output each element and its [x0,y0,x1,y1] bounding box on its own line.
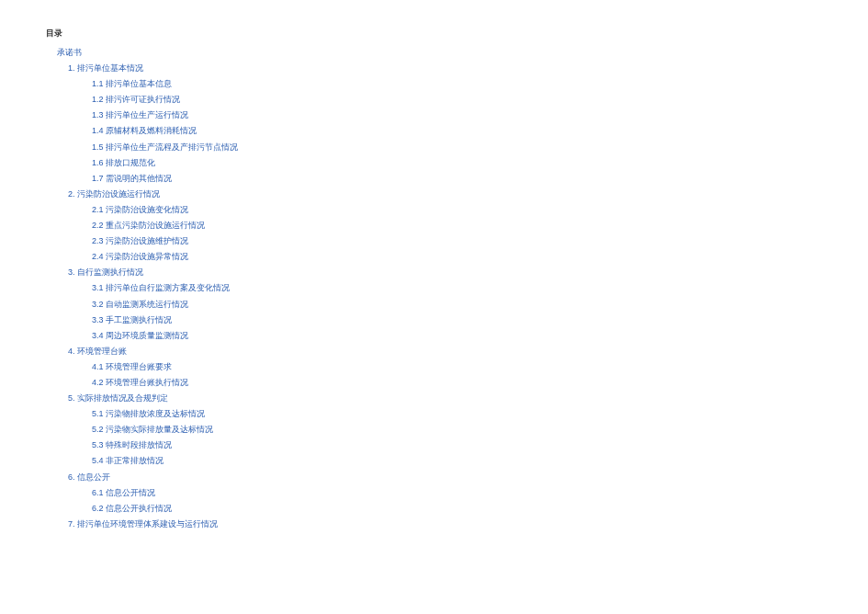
toc-item: 1.2 排污许可证执行情况 [92,92,822,108]
toc-item: 1.1 排污单位基本信息 [92,76,822,92]
toc-item: 1.5 排污单位生产流程及产排污节点情况 [92,140,822,155]
toc-item: 3.2 自动监测系统运行情况 [92,297,822,313]
toc-item: 2. 污染防治设施运行情况 [68,187,822,202]
toc-link[interactable]: 1.4 原辅材料及燃料消耗情况 [92,126,197,135]
toc-link[interactable]: 3.1 排污单位自行监测方案及变化情况 [92,283,230,292]
toc-link[interactable]: 2. 污染防治设施运行情况 [68,189,160,199]
toc-item: 3.1 排污单位自行监测方案及变化情况 [92,280,822,296]
toc-item: 1.3 排污单位生产运行情况 [92,108,822,123]
toc-item: 1.7 需说明的其他情况 [92,171,822,187]
toc-link[interactable]: 2.4 污染防治设施异常情况 [92,252,188,261]
toc-link[interactable]: 5.4 非正常排放情况 [92,456,163,465]
toc-link[interactable]: 6.1 信息公开情况 [92,488,155,497]
toc-link[interactable]: 2.3 污染防治设施维护情况 [92,236,188,245]
toc-item: 3.3 手工监测执行情况 [92,313,822,328]
toc-link[interactable]: 5. 实际排放情况及合规判定 [68,393,168,403]
toc-link[interactable]: 4.1 环境管理台账要求 [92,362,172,371]
toc-link[interactable]: 3.3 手工监测执行情况 [92,315,172,324]
toc-link[interactable]: 6.2 信息公开执行情况 [92,504,172,513]
toc-item: 5.2 污染物实际排放量及达标情况 [92,422,822,438]
toc-item: 3.4 周边环境质量监测情况 [92,328,822,344]
toc-link[interactable]: 6. 信息公开 [68,472,110,482]
toc-item: 1. 排污单位基本情况 [68,61,822,76]
toc-link[interactable]: 1.3 排污单位生产运行情况 [92,110,188,119]
toc-link[interactable]: 2.1 污染防治设施变化情况 [92,205,188,214]
toc-item: 4.1 环境管理台账要求 [92,359,822,375]
toc-item: 5. 实际排放情况及合规判定 [68,391,822,406]
toc-link[interactable]: 5.2 污染物实际排放量及达标情况 [92,425,213,434]
toc-link[interactable]: 1. 排污单位基本情况 [68,63,143,73]
toc-item: 6.2 信息公开执行情况 [92,501,822,517]
toc-title: 目录 [46,28,822,40]
toc-item: 1.4 原辅材料及燃料消耗情况 [92,123,822,139]
toc-item: 5.4 非正常排放情况 [92,453,822,469]
toc-item: 2.2 重点污染防治设施运行情况 [92,218,822,233]
toc-item: 4.2 环境管理台账执行情况 [92,375,822,391]
toc-link[interactable]: 5.1 污染物排放浓度及达标情况 [92,409,205,418]
toc-item: 6.1 信息公开情况 [92,485,822,501]
toc-item: 7. 排污单位环境管理体系建设与运行情况 [68,517,822,532]
toc-item: 2.1 污染防治设施变化情况 [92,202,822,218]
toc-link[interactable]: 1.2 排污许可证执行情况 [92,95,180,104]
toc-link[interactable]: 1.1 排污单位基本信息 [92,79,172,88]
toc-link[interactable]: 7. 排污单位环境管理体系建设与运行情况 [68,519,218,529]
toc-link[interactable]: 1.7 需说明的其他情况 [92,174,172,183]
toc-link[interactable]: 2.2 重点污染防治设施运行情况 [92,221,205,230]
toc-link[interactable]: 3.4 周边环境质量监测情况 [92,331,188,340]
toc-item: 3. 自行监测执行情况 [68,265,822,280]
toc-item: 5.1 污染物排放浓度及达标情况 [92,406,822,422]
toc-link[interactable]: 3.2 自动监测系统运行情况 [92,300,188,309]
toc-link[interactable]: 5.3 特殊时段排放情况 [92,440,172,449]
toc-link[interactable]: 3. 自行监测执行情况 [68,267,143,277]
toc-link[interactable]: 1.5 排污单位生产流程及产排污节点情况 [92,142,238,152]
toc-item: 6. 信息公开 [68,470,822,485]
toc-container: 承诺书1. 排污单位基本情况1.1 排污单位基本信息1.2 排污许可证执行情况1… [46,45,822,532]
toc-item: 5.3 特殊时段排放情况 [92,438,822,453]
toc-item: 1.6 排放口规范化 [92,155,822,171]
toc-link[interactable]: 4. 环境管理台账 [68,347,127,356]
toc-link[interactable]: 承诺书 [57,48,82,57]
toc-item: 2.4 污染防治设施异常情况 [92,249,822,265]
toc-link[interactable]: 4.2 环境管理台账执行情况 [92,378,188,387]
toc-item: 2.3 污染防治设施维护情况 [92,233,822,249]
toc-item: 承诺书 [57,45,822,61]
toc-link[interactable]: 1.6 排放口规范化 [92,158,155,167]
toc-item: 4. 环境管理台账 [68,344,822,359]
